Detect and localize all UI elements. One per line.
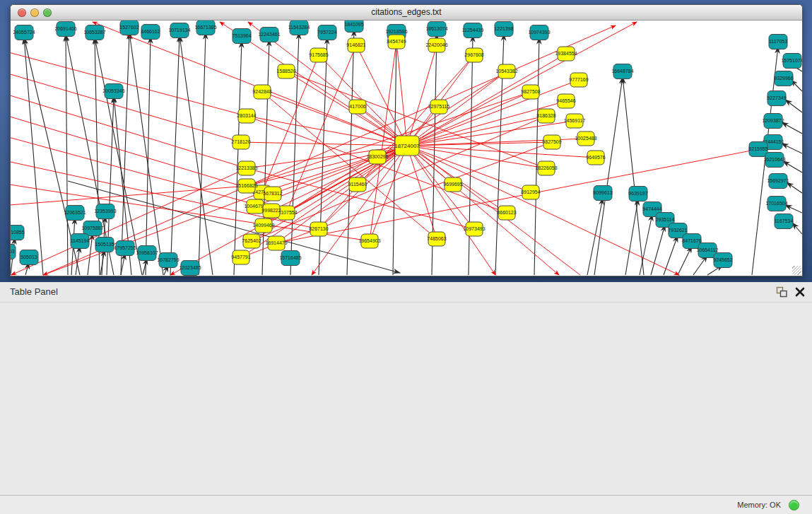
graph-node-label: 16782759 <box>157 257 179 262</box>
graph-edge <box>785 100 802 112</box>
graph-node-label: 9457791 <box>231 255 250 259</box>
graph-edge <box>276 146 407 243</box>
graph-node-label: 2935114 <box>656 217 675 222</box>
graph-edge <box>252 116 546 241</box>
graph-edge <box>180 35 213 275</box>
graph-node-label: 9827508 <box>521 89 540 94</box>
window-title: citations_edges.txt <box>11 5 802 21</box>
graph-edge <box>286 45 356 213</box>
memory-status-label: Memory: OK <box>737 501 781 509</box>
graph-edge <box>693 255 707 275</box>
graph-node-label: 17957255 <box>114 245 136 250</box>
table-panel-header: Table Panel <box>0 282 812 303</box>
graph-node-label: 8454749 <box>387 39 406 44</box>
graph-node-label: 9474444 <box>642 206 661 211</box>
graph-node-label: 8267130 <box>309 226 328 231</box>
graph-edge <box>407 146 495 275</box>
graph-node-label: 17016504 <box>765 201 787 206</box>
graph-node-label: 16210643 <box>763 157 785 162</box>
graph-edge <box>782 144 802 153</box>
graph-node-label: 9245652 <box>713 257 732 262</box>
graph-node-label: 7513964 <box>232 33 251 38</box>
graph-node-label: 2718120 <box>231 139 250 144</box>
graph-node-label: 1841095 <box>344 22 363 27</box>
graph-node-label: 12063521 <box>64 210 86 215</box>
graph-edge <box>241 142 552 257</box>
graph-node-label: 10719134 <box>168 28 190 33</box>
graph-node-label: 20691406 <box>54 26 76 31</box>
graph-node-label: 9146821 <box>346 42 365 47</box>
graph-edge <box>24 37 43 275</box>
graph-node-label: 22420046 <box>425 42 447 47</box>
graph-node-label: 12023485 <box>179 265 201 270</box>
graph-node-label: 20053346 <box>102 88 124 93</box>
graph-node-label: 2967608 <box>464 52 483 57</box>
graph-node-label: 18226058 <box>535 165 557 170</box>
network-canvas-svg[interactable]: 2405572420691406106532871527602846616210… <box>11 21 802 276</box>
graph-node-label: 10543382 <box>495 69 517 74</box>
graph-node-label: 12975115 <box>428 104 450 109</box>
graph-node-label: 14099469 <box>252 223 274 228</box>
graph-node-label: 8186328 <box>536 113 555 118</box>
graph-node-label: 10025488 <box>575 136 596 141</box>
graph-node-label: 8215955 <box>748 146 767 151</box>
graph-edge <box>11 114 262 192</box>
graph-edge <box>11 168 247 275</box>
graph-edge <box>625 199 638 275</box>
graph-node-label: 19654903 <box>358 238 380 243</box>
graph-node-label: 7957224 <box>317 30 336 35</box>
graph-node-label: 1527602 <box>119 25 139 30</box>
graph-edge <box>262 92 407 146</box>
graph-edge <box>783 161 802 173</box>
graph-node-label: 8660123 <box>497 210 516 215</box>
graph-node-label: 16648784 <box>611 69 633 74</box>
graph-node-label: 1145194 <box>71 238 90 243</box>
close-panel-icon[interactable] <box>795 287 805 297</box>
graph-node-label: 10654112 <box>697 247 719 252</box>
graph-edge <box>407 45 437 146</box>
graph-edge <box>792 223 802 234</box>
graph-node-label: 16671385 <box>194 25 216 30</box>
graph-node-label: 15166825 <box>235 183 257 188</box>
graph-edge <box>534 37 539 275</box>
graph-node-label: 12353993 <box>94 209 116 214</box>
graph-edge <box>787 182 802 193</box>
graph-node-label: 15716485 <box>279 255 301 260</box>
graph-node-label: 9827509 <box>542 139 561 144</box>
graph-edge <box>170 35 180 275</box>
graph-node-label: 18724007 <box>394 143 420 149</box>
window-resize-grip[interactable] <box>792 266 801 275</box>
graph-edge <box>678 246 692 275</box>
graph-node-label: 19384554 <box>555 51 577 56</box>
graph-node-label: 9329966 <box>774 76 793 81</box>
network-canvas[interactable]: 2405572420691406106532871527602846616210… <box>11 21 802 276</box>
graph-node-label: 18300295 <box>366 154 388 159</box>
graph-edge <box>640 214 652 275</box>
graph-node-label: 1505135 <box>95 242 114 247</box>
graph-node-label: 15751074 <box>781 58 802 63</box>
graph-edge <box>11 186 247 206</box>
graph-node-label: 9777169 <box>569 77 588 82</box>
graph-node-label: 9115460 <box>348 182 367 187</box>
network-view-window[interactable]: citations_edges.txt 24055724206914061065… <box>10 4 803 276</box>
graph-node-label: 9639197 <box>628 191 647 196</box>
graph-node-label: 417006 <box>349 104 365 109</box>
window-titlebar[interactable]: citations_edges.txt <box>11 5 802 21</box>
graph-edge <box>396 42 407 146</box>
graph-node-label: 18613074 <box>425 26 447 31</box>
graph-edge <box>785 205 802 213</box>
graph-node-label: 1117053 <box>769 39 787 44</box>
graph-node-label: 8466162 <box>141 29 160 34</box>
graph-node-label: 5678312 <box>263 191 282 196</box>
memory-status-indicator <box>789 500 799 510</box>
graph-node-label: 8912954 <box>521 189 540 194</box>
graph-node-label: 15692971 <box>767 178 789 183</box>
graph-edge <box>407 54 566 146</box>
graph-node-label: 9465546 <box>556 98 575 103</box>
graph-edge <box>623 77 644 275</box>
graph-node-label: 14569117 <box>564 118 586 123</box>
network-desktop: citations_edges.txt 24055724206914061065… <box>0 0 812 282</box>
graph-edge <box>587 198 603 275</box>
float-panel-icon[interactable] <box>776 286 788 298</box>
table-panel-title: Table Panel <box>10 286 58 297</box>
